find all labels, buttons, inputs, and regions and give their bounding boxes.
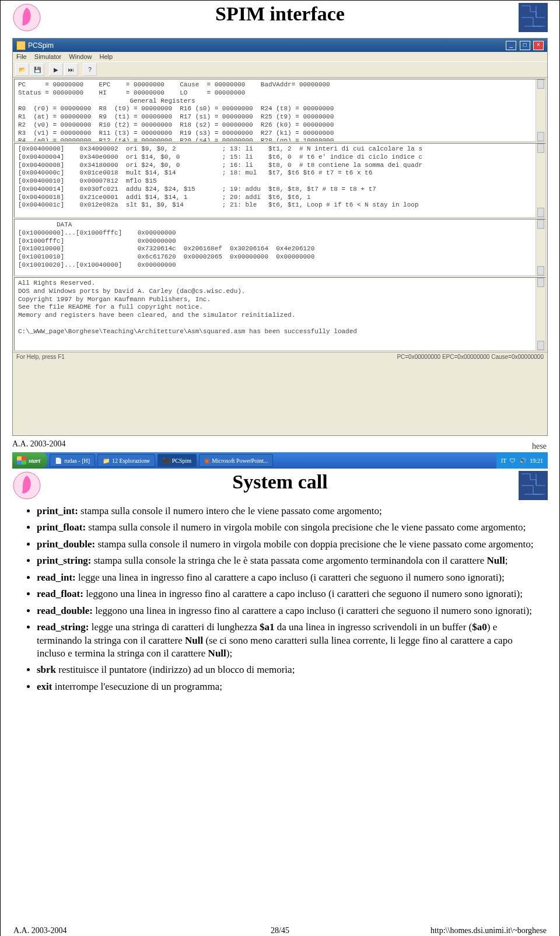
- text-segment-pane[interactable]: [0x00400000] 0x34090002 ori $9, $0, 2 ; …: [14, 143, 546, 218]
- slide-number: 28/45: [271, 926, 289, 935]
- close-button[interactable]: ×: [533, 41, 544, 50]
- taskbar-item[interactable]: ⬛PCSpim: [158, 454, 197, 467]
- syscall-list: print_int: stampa sulla console il numer…: [24, 505, 536, 693]
- syscall-item: print_int: stampa sulla console il numer…: [37, 505, 536, 518]
- menu-file[interactable]: File: [16, 53, 27, 60]
- scrollbar[interactable]: [536, 278, 545, 350]
- syscall-name: print_double:: [37, 539, 95, 550]
- scrollbar[interactable]: [536, 219, 545, 275]
- syscall-item: exit interrompe l'esecuzione di un progr…: [37, 680, 536, 693]
- start-button[interactable]: start: [12, 452, 47, 469]
- tray-icon[interactable]: 🛡: [510, 457, 516, 464]
- syscall-name: print_string:: [37, 555, 92, 566]
- app-icon: [16, 41, 26, 50]
- tray-icon[interactable]: 🔊: [519, 457, 526, 464]
- footer-year: A.A. 2003-2004: [12, 439, 65, 449]
- folder-icon: 📁: [103, 457, 110, 464]
- chip-emblem-icon: [519, 471, 548, 500]
- window-title: PCSpim: [28, 41, 54, 50]
- syscall-item: read_string: legge una stringa di caratt…: [37, 621, 536, 660]
- messages-pane[interactable]: All Rights Reserved. DOS and Windows por…: [14, 277, 546, 351]
- menu-window[interactable]: Window: [69, 53, 92, 60]
- syscall-name: exit: [37, 681, 52, 692]
- save-icon[interactable]: 💾: [30, 63, 44, 76]
- syscall-name: sbrk: [37, 664, 56, 675]
- app-icon: 📄: [55, 457, 62, 464]
- registers-pane[interactable]: PC = 00000000 EPC = 00000000 Cause = 000…: [14, 79, 546, 142]
- status-help: For Help, press F1: [16, 354, 65, 360]
- status-registers: PC=0x00000000 EPC=0x00000000 Cause=0x000…: [397, 354, 544, 360]
- system-tray[interactable]: IT 🛡 🔊 19:21: [496, 452, 548, 469]
- toolbar: 📂 💾 ▶ ⏭ ?: [13, 61, 547, 78]
- syscall-item: read_int: legge una linea in ingresso fi…: [37, 571, 536, 584]
- syscall-item: print_float: stampa sulla console il num…: [37, 521, 536, 534]
- windows-taskbar: start 📄rudas - [H] 📁12 Esplorazione ⬛PCS…: [12, 452, 548, 469]
- step-icon[interactable]: ⏭: [64, 63, 78, 76]
- syscall-item: read_float: leggono una linea in ingress…: [37, 588, 536, 600]
- slide-title: System call: [1, 469, 559, 493]
- window-controls: _ □ ×: [505, 40, 544, 50]
- slide-system-call: System call print_int: stampa sulla cons…: [1, 469, 559, 936]
- data-segment-pane[interactable]: DATA [0x10000000]...[0x1000fffc] 0x00000…: [14, 219, 546, 276]
- footer-url-partial: hese: [532, 442, 547, 451]
- slide-spim-interface: SPIM interface PCSpim _ □ × File Simulat…: [1, 1, 559, 469]
- run-icon[interactable]: ▶: [49, 63, 63, 76]
- spim-screenshot: PCSpim _ □ × File Simulator Window Help …: [12, 38, 548, 436]
- windows-logo-icon: [17, 456, 26, 464]
- taskbar-item[interactable]: 📄rudas - [H]: [50, 454, 95, 467]
- menu-help[interactable]: Help: [100, 53, 113, 60]
- minimize-button[interactable]: _: [506, 41, 516, 50]
- scrollbar[interactable]: [536, 144, 545, 217]
- uni-emblem-icon: [12, 471, 41, 500]
- slide-title: SPIM interface: [1, 1, 559, 25]
- help-icon[interactable]: ?: [83, 63, 97, 76]
- syscall-name: read_float:: [37, 588, 83, 599]
- uni-emblem-icon: [12, 3, 41, 32]
- tray-clock[interactable]: 19:21: [530, 457, 543, 464]
- footer-url: http:\\homes.dsi.unimi.it\~borghese: [430, 926, 547, 935]
- open-icon[interactable]: 📂: [15, 63, 29, 76]
- syscall-item: sbrk restituisce il puntatore (indirizzo…: [37, 663, 536, 676]
- syscall-item: print_double: stampa sulla console il nu…: [37, 538, 536, 551]
- syscall-item: read_double: leggono una linea in ingres…: [37, 605, 536, 617]
- syscall-item: print_string: stampa sulla console la st…: [37, 554, 536, 567]
- window-titlebar[interactable]: PCSpim _ □ ×: [13, 39, 547, 52]
- syscall-name: read_int:: [37, 572, 76, 583]
- syscall-name: print_int:: [37, 505, 78, 516]
- syscall-name: print_float:: [37, 522, 86, 533]
- taskbar-item[interactable]: ▣Microsoft PowerPoint...: [199, 454, 273, 467]
- menu-simulator[interactable]: Simulator: [34, 53, 61, 60]
- footer-year: A.A. 2003-2004: [13, 926, 66, 935]
- syscall-name: read_string:: [37, 621, 89, 633]
- powerpoint-icon: ▣: [204, 457, 209, 464]
- status-bar: For Help, press F1 PC=0x00000000 EPC=0x0…: [13, 352, 547, 361]
- scrollbar[interactable]: [536, 79, 545, 141]
- taskbar-item[interactable]: 📁12 Esplorazione: [97, 454, 155, 467]
- menu-bar: File Simulator Window Help: [13, 52, 547, 61]
- tray-lang[interactable]: IT: [501, 457, 506, 464]
- chip-emblem-icon: [519, 3, 548, 32]
- maximize-button[interactable]: □: [520, 41, 530, 50]
- syscall-name: read_double:: [37, 605, 93, 616]
- app-icon: ⬛: [163, 457, 170, 464]
